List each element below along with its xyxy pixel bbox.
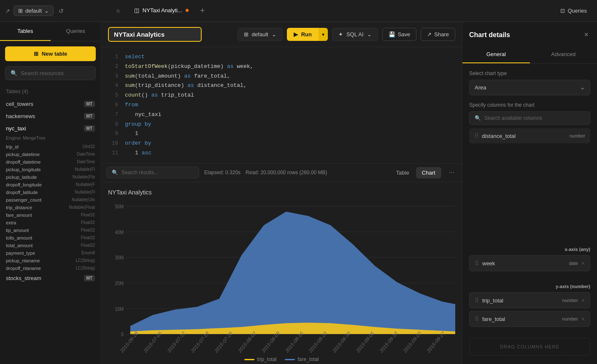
col-item: extraFloat32 bbox=[0, 219, 101, 226]
sql-line-8: 8 group by bbox=[101, 120, 462, 129]
panel-tab-general[interactable]: General bbox=[462, 46, 530, 63]
drag-columns-drop-zone[interactable]: DRAG COLUMNS HERE bbox=[469, 338, 590, 356]
sql-line-3: 3 sum(total_amount) as fare_total, bbox=[101, 72, 462, 81]
tab-queries[interactable]: Queries bbox=[51, 22, 101, 41]
results-bar: 🔍 Elapsed: 0.320s Read: 20,000,000 rows … bbox=[101, 164, 462, 182]
xaxis-col-type: date bbox=[569, 261, 578, 266]
legend-dot-fare-total bbox=[285, 359, 295, 360]
yaxis-label: y-axis bbox=[556, 284, 569, 289]
col-item: pickup_latitudeNullable(Flo bbox=[0, 173, 101, 181]
col-item: trip_distanceNullable(Float bbox=[0, 204, 101, 211]
new-table-button[interactable]: ⊞ New table bbox=[5, 46, 96, 61]
remove-trip-total-button[interactable]: × bbox=[581, 297, 585, 304]
refresh-icon[interactable]: ↺ bbox=[59, 8, 64, 14]
table-name: hackernews bbox=[6, 113, 35, 119]
top-bar-right: ⊡ Queries bbox=[555, 5, 592, 16]
db-selector[interactable]: ⊞ default ⌄ bbox=[14, 5, 54, 16]
sidebar-content: Tables (4) cell_towers MT hackernews MT … bbox=[0, 85, 101, 364]
add-tab-button[interactable]: + bbox=[196, 5, 209, 17]
xaxis-chip-week: ⠿ week date × bbox=[469, 255, 590, 271]
col-item: dropoff_ntanameLC(String) bbox=[0, 264, 101, 272]
yaxis-col-fare-total: fare_total bbox=[482, 316, 505, 322]
col-chip-distance-total: ⠿ distance_total number bbox=[469, 128, 590, 143]
sparkle-icon: ✦ bbox=[338, 31, 343, 38]
yaxis-chip-fare-total: ⠿ fare_total number × bbox=[469, 311, 590, 327]
sidebar-item-nyc-taxi[interactable]: nyc_taxi MT bbox=[0, 122, 101, 135]
sidebar-item-hackernews[interactable]: hackernews MT bbox=[0, 110, 101, 122]
spacer-panel bbox=[462, 153, 597, 242]
tab-tables[interactable]: Tables bbox=[0, 22, 51, 41]
sql-line-7: 7 nyc_taxi bbox=[101, 110, 462, 120]
svg-text:10M: 10M bbox=[115, 305, 123, 311]
col-search-input[interactable] bbox=[484, 115, 585, 121]
query-header: ⊞ default ⌄ ▶ Run ▾ ✦ SQL AI ⌄ 💾 Save bbox=[101, 22, 462, 47]
col-search-box: 🔍 bbox=[469, 111, 590, 125]
chart-type-select[interactable]: Area Bar Line bbox=[469, 80, 590, 95]
db-icon2: ⊞ bbox=[244, 31, 249, 38]
xaxis-label: x-axis bbox=[565, 247, 578, 252]
db-icon: ⊞ bbox=[18, 8, 23, 14]
specify-columns-label: Specify columns for the chart bbox=[469, 102, 590, 108]
home-tab[interactable]: ⌂ bbox=[110, 0, 127, 22]
sidebar-item-stocks[interactable]: stocks_stream MT bbox=[0, 272, 101, 284]
col-type: number bbox=[570, 133, 585, 138]
col-item: pickup_datetimeDateTime bbox=[0, 151, 101, 158]
back-icon[interactable]: ↗ bbox=[5, 8, 10, 14]
share-button[interactable]: ↗ Share bbox=[421, 28, 455, 41]
xaxis-any: (any) bbox=[579, 247, 590, 252]
remove-week-button[interactable]: × bbox=[581, 260, 585, 267]
play-icon: ▶ bbox=[294, 31, 298, 38]
chart-legend: trip_total fare_total bbox=[108, 353, 455, 364]
remove-fare-total-button[interactable]: × bbox=[581, 315, 585, 322]
col-item: dropoff_longitudeNullable(F bbox=[0, 181, 101, 189]
table-badge: MT bbox=[84, 125, 95, 132]
queries-label: Queries bbox=[567, 8, 587, 14]
drag-handle-icon-week[interactable]: ⠿ bbox=[475, 260, 479, 267]
panel-header: Chart details × bbox=[462, 22, 597, 41]
content-area: ⊞ default ⌄ ▶ Run ▾ ✦ SQL AI ⌄ 💾 Save bbox=[101, 22, 462, 364]
drag-handle-icon-fare[interactable]: ⠿ bbox=[475, 315, 479, 322]
top-bar: ↗ ⊞ default ⌄ ↺ ⌂ ◫ NYTaxi Analyti... + … bbox=[0, 0, 597, 22]
sidebar-search-input[interactable] bbox=[21, 70, 90, 76]
chevron-down-icon2: ⌄ bbox=[367, 31, 372, 38]
yaxis-col-trip-total: trip_total bbox=[482, 297, 503, 304]
chart-type-select-wrapper: Area Bar Line bbox=[469, 80, 590, 95]
legend-label-trip-total: trip_total bbox=[257, 356, 276, 362]
more-options-button[interactable]: ··· bbox=[446, 166, 457, 179]
panel-tab-advanced[interactable]: Advanced bbox=[530, 46, 597, 63]
database-selector[interactable]: ⊞ default ⌄ bbox=[238, 28, 283, 41]
search-results-icon: 🔍 bbox=[112, 170, 118, 175]
tabs-area: ⌂ ◫ NYTaxi Analyti... + bbox=[110, 0, 552, 22]
query-tab[interactable]: ◫ NYTaxi Analyti... bbox=[127, 0, 195, 22]
chart-title: NYTaxi Analytics bbox=[108, 189, 455, 196]
run-button[interactable]: ▶ Run bbox=[287, 28, 319, 41]
svg-text:40M: 40M bbox=[115, 229, 123, 235]
legend-fare-total: fare_total bbox=[285, 356, 319, 362]
sidebar-item-cell-towers[interactable]: cell_towers MT bbox=[0, 98, 101, 110]
drag-handle-icon-trip[interactable]: ⠿ bbox=[475, 297, 479, 304]
yaxis-fare-type: number bbox=[562, 316, 578, 321]
chevron-down-icon: ⌄ bbox=[272, 31, 276, 38]
results-search-input[interactable] bbox=[122, 170, 185, 175]
save-button[interactable]: 💾 Save bbox=[382, 28, 417, 41]
tab-modified-dot bbox=[186, 9, 189, 12]
sql-ai-button[interactable]: ✦ SQL AI ⌄ bbox=[332, 28, 378, 41]
col-item: trip_idUInt32 bbox=[0, 143, 101, 151]
query-title-input[interactable] bbox=[108, 27, 202, 42]
queries-button[interactable]: ⊡ Queries bbox=[555, 5, 592, 16]
sql-editor[interactable]: 1 select 2 toStartOfWeek(pickup_datetime… bbox=[101, 47, 462, 164]
close-panel-button[interactable]: × bbox=[582, 29, 590, 41]
yaxis-number: (number) bbox=[570, 284, 590, 289]
tab-table[interactable]: Table bbox=[390, 167, 415, 178]
chevron-icon: ⌄ bbox=[44, 8, 49, 14]
top-bar-left: ↗ ⊞ default ⌄ ↺ bbox=[5, 5, 106, 16]
yaxis-header: y-axis (number) bbox=[469, 284, 590, 289]
tab-chart[interactable]: Chart bbox=[416, 167, 441, 178]
share-icon: ↗ bbox=[427, 31, 432, 38]
share-label: Share bbox=[434, 31, 449, 38]
drag-handle-icon[interactable]: ⠿ bbox=[474, 132, 478, 139]
search-icon: 🔍 bbox=[11, 70, 17, 76]
main-layout: Tables Queries ⊞ New table 🔍 Tables (4) … bbox=[0, 22, 597, 364]
run-options-button[interactable]: ▾ bbox=[319, 28, 328, 41]
query-tab-label: NYTaxi Analyti... bbox=[143, 7, 182, 13]
